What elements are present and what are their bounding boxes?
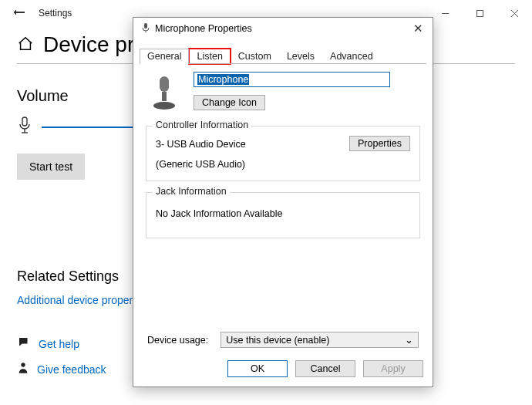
window-title: Settings — [39, 8, 72, 19]
dialog-close-button[interactable]: ✕ — [410, 22, 426, 35]
back-arrow-icon[interactable]: 🠔 — [0, 6, 39, 20]
dialog-button-row: OK Cancel Apply — [133, 353, 433, 386]
jack-legend: Jack Information — [153, 186, 230, 197]
help-icon — [17, 336, 31, 352]
jack-info-group: Jack Information No Jack Information Ava… — [146, 192, 420, 238]
tab-listen[interactable]: Listen — [189, 49, 230, 64]
cancel-button[interactable]: Cancel — [295, 360, 355, 377]
svg-point-7 — [21, 363, 25, 366]
tab-panel-general: Microphone Change Icon Controller Inform… — [140, 63, 426, 353]
svg-rect-10 — [160, 76, 169, 92]
tab-advanced[interactable]: Advanced — [322, 49, 381, 64]
home-icon — [17, 35, 34, 55]
controller-info-group: Controller Information Properties 3- USB… — [146, 126, 420, 181]
tab-levels[interactable]: Levels — [279, 49, 322, 64]
svg-rect-1 — [477, 10, 483, 16]
jack-none-text: No Jack Information Available — [156, 208, 410, 219]
svg-rect-8 — [144, 23, 147, 29]
controller-legend: Controller Information — [153, 120, 251, 130]
svg-point-12 — [153, 102, 175, 110]
controller-driver: (Generic USB Audio) — [156, 159, 410, 170]
device-usage-select[interactable]: Use this device (enable) ⌄ — [221, 332, 419, 348]
svg-rect-11 — [162, 92, 167, 101]
microphone-titlebar-icon — [141, 22, 150, 35]
device-icon — [146, 72, 183, 115]
svg-rect-4 — [22, 117, 27, 126]
get-help-link[interactable]: Get help — [39, 338, 79, 350]
controller-properties-button[interactable]: Properties — [349, 136, 410, 151]
maximize-button[interactable] — [463, 2, 497, 24]
change-icon-button[interactable]: Change Icon — [194, 95, 265, 110]
ok-button[interactable]: OK — [227, 360, 288, 377]
tab-general[interactable]: General — [140, 49, 189, 64]
microphone-icon — [17, 116, 32, 138]
chevron-down-icon: ⌄ — [405, 334, 413, 346]
device-usage-value: Use this device (enable) — [226, 335, 329, 346]
device-usage-label: Device usage: — [147, 335, 208, 346]
apply-button[interactable]: Apply — [363, 360, 423, 377]
close-button[interactable] — [497, 2, 532, 24]
dialog-titlebar: Microphone Properties ✕ — [133, 18, 433, 39]
dialog-title: Microphone Properties — [155, 23, 410, 34]
tabstrip: General Listen Custom Levels Advanced — [133, 39, 433, 64]
tab-custom[interactable]: Custom — [231, 49, 279, 64]
microphone-properties-dialog: Microphone Properties ✕ General Listen C… — [133, 17, 433, 387]
device-name-input[interactable]: Microphone — [194, 72, 390, 87]
start-test-button[interactable]: Start test — [17, 154, 85, 180]
give-feedback-link[interactable]: Give feedback — [37, 363, 106, 376]
feedback-icon — [17, 361, 29, 377]
